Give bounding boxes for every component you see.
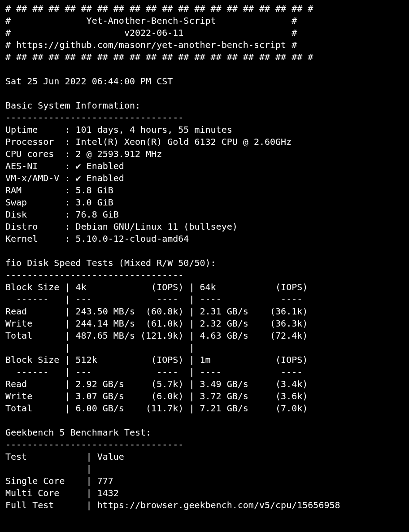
geekbench-header: Test | Value	[5, 451, 124, 462]
sysinfo-uptime: Uptime : 101 days, 4 hours, 55 minutes	[5, 124, 232, 135]
fio-block1-read: Read | 243.50 MB/s (60.8k) | 2.31 GB/s (…	[5, 306, 308, 317]
fio-block1-dash: ------ | --- ---- | ---- ----	[5, 294, 308, 305]
sysinfo-swap: Swap : 3.0 GiB	[5, 197, 113, 208]
fio-block1-write: Write | 244.14 MB/s (61.0k) | 2.32 GB/s …	[5, 318, 308, 329]
geekbench-heading: Geekbench 5 Benchmark Test:	[5, 427, 151, 438]
geekbench-single: Single Core | 777	[5, 475, 113, 486]
header-border-top: # ## ## ## ## ## ## ## ## ## ## ## ## ##…	[5, 3, 313, 14]
fio-block2-total: Total | 6.00 GB/s (11.7k) | 7.21 GB/s (7…	[5, 403, 308, 414]
sysinfo-heading: Basic System Information:	[5, 100, 140, 111]
sysinfo-distro: Distro : Debian GNU/Linux 11 (bullseye)	[5, 221, 238, 232]
fio-separator: ---------------------------------	[5, 270, 183, 280]
sysinfo-separator: ---------------------------------	[5, 112, 183, 123]
terminal-output: # ## ## ## ## ## ## ## ## ## ## ## ## ##…	[0, 0, 409, 517]
fio-block1-header: Block Size | 4k (IOPS) | 64k (IOPS)	[5, 282, 308, 292]
header-version: # v2022-06-11 #	[5, 27, 297, 38]
timestamp: Sat 25 Jun 2022 06:44:00 PM CST	[5, 76, 173, 87]
fio-block1-blank: | |	[5, 342, 308, 353]
sysinfo-processor: Processor : Intel(R) Xeon(R) Gold 6132 C…	[5, 136, 292, 147]
fio-block2-dash: ------ | --- ---- | ---- ----	[5, 366, 308, 377]
fio-block2-header: Block Size | 512k (IOPS) | 1m (IOPS)	[5, 354, 308, 365]
fio-heading: fio Disk Speed Tests (Mixed R/W 50/50):	[5, 257, 216, 268]
fio-block2-read: Read | 2.92 GB/s (5.7k) | 3.49 GB/s (3.4…	[5, 379, 308, 389]
sysinfo-disk: Disk : 76.8 GiB	[5, 209, 119, 220]
sysinfo-cores: CPU cores : 2 @ 2593.912 MHz	[5, 148, 162, 159]
geekbench-blank: |	[5, 463, 92, 474]
fio-block2-write: Write | 3.07 GB/s (6.0k) | 3.72 GB/s (3.…	[5, 391, 308, 401]
sysinfo-aesni: AES-NI : ✔ Enabled	[5, 161, 124, 171]
fio-block1-total: Total | 487.65 MB/s (121.9k) | 4.63 GB/s…	[5, 330, 308, 341]
header-title: # Yet-Another-Bench-Script #	[5, 15, 297, 26]
sysinfo-ram: RAM : 5.8 GiB	[5, 185, 113, 196]
header-border-bottom: # ## ## ## ## ## ## ## ## ## ## ## ## ##…	[5, 52, 313, 62]
sysinfo-kernel: Kernel : 5.10.0-12-cloud-amd64	[5, 233, 189, 244]
sysinfo-vmx: VM-x/AMD-V : ✔ Enabled	[5, 173, 124, 183]
geekbench-full: Full Test | https://browser.geekbench.co…	[5, 500, 340, 510]
header-url: # https://github.com/masonr/yet-another-…	[5, 39, 297, 50]
geekbench-multi: Multi Core | 1432	[5, 488, 119, 498]
geekbench-separator: ---------------------------------	[5, 439, 183, 450]
